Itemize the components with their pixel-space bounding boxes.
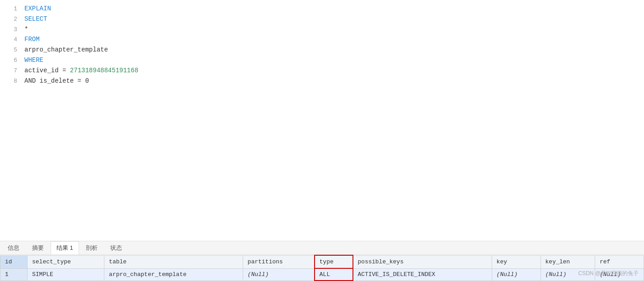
col-header-possible_keys: possible_keys	[353, 255, 492, 268]
line-number: 8	[4, 77, 17, 86]
col-header-select_type: select_type	[28, 255, 104, 268]
line-content: active_id = 271318948845191168	[24, 66, 640, 75]
line-content: *	[24, 24, 640, 34]
line-content: FROM	[24, 34, 640, 44]
line-content: WHERE	[24, 55, 640, 65]
col-header-key_len: key_len	[541, 255, 595, 268]
results-table: idselect_typetablepartitionstypepossible…	[0, 255, 644, 281]
tab-item-3[interactable]: 剖析	[80, 241, 103, 254]
line-number: 5	[4, 46, 17, 55]
results-table-wrapper: idselect_typetablepartitionstypepossible…	[0, 255, 644, 281]
editor-area: 1EXPLAIN2SELECT3 *4FROM5 arpro_chapter_t…	[0, 0, 644, 241]
col-header-partitions: partitions	[243, 255, 314, 268]
line-number: 6	[4, 56, 17, 66]
line-number: 3	[4, 25, 17, 35]
table-cell-6: (Null)	[492, 268, 541, 281]
tab-item-0[interactable]: 信息	[2, 241, 25, 254]
table-row: 1SIMPLEarpro_chapter_template(Null)ALLAC…	[0, 268, 644, 281]
line-number: 7	[4, 66, 17, 76]
col-header-table: table	[104, 255, 243, 268]
table-cell-0: 1	[0, 268, 28, 281]
line-content: arpro_chapter_template	[24, 45, 640, 55]
table-cell-7: (Null)	[541, 268, 595, 281]
line-content: SELECT	[24, 14, 640, 24]
code-line: 7 active_id = 271318948845191168	[0, 66, 644, 76]
col-header-id: id	[0, 255, 28, 268]
line-number: 4	[4, 35, 17, 45]
line-number: 2	[4, 15, 17, 24]
col-header-type: type	[315, 255, 353, 268]
bottom-panel: 信息摘要结果 1剖析状态 idselect_typetablepartition…	[0, 241, 644, 281]
code-line: 1EXPLAIN	[0, 4, 644, 14]
tab-item-2[interactable]: 结果 1	[51, 241, 79, 254]
col-header-ref: ref	[595, 255, 644, 268]
line-content: AND is_delete = 0	[24, 76, 640, 86]
code-line: 2SELECT	[0, 14, 644, 24]
line-content: EXPLAIN	[24, 4, 640, 14]
tab-item-4[interactable]: 状态	[104, 241, 128, 254]
table-cell-1: SIMPLE	[28, 268, 104, 281]
tab-item-1[interactable]: 摘要	[26, 241, 50, 254]
code-line: 8 AND is_delete = 0	[0, 76, 644, 86]
tabs-bar: 信息摘要结果 1剖析状态	[0, 241, 644, 255]
table-cell-4: ALL	[315, 268, 353, 281]
table-cell-5: ACTIVE_IS_DELETE_INDEX	[353, 268, 492, 281]
code-line: 6WHERE	[0, 55, 644, 66]
table-cell-2: arpro_chapter_template	[104, 268, 243, 281]
code-line: 4FROM	[0, 34, 644, 45]
col-header-key: key	[492, 255, 541, 268]
code-line: 3 *	[0, 24, 644, 35]
table-cell-8: (Null)	[595, 268, 644, 281]
table-cell-3: (Null)	[243, 268, 314, 281]
line-number: 1	[4, 5, 17, 14]
code-line: 5 arpro_chapter_template	[0, 45, 644, 55]
code-block: 1EXPLAIN2SELECT3 *4FROM5 arpro_chapter_t…	[0, 4, 644, 86]
